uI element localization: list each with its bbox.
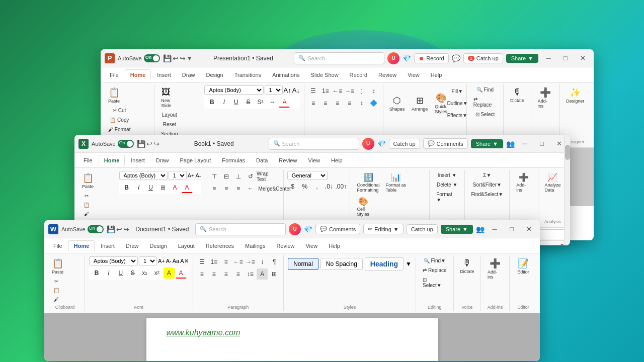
excel-font-name-selector[interactable]: Aptos (Body) [119, 171, 168, 180]
word-cut-button[interactable]: ✂ [49, 277, 63, 286]
ppt-copy-button[interactable]: 📋 Copy [106, 116, 133, 124]
excel-comma-button[interactable]: , [311, 181, 323, 192]
ppt-maximize-button[interactable]: □ [558, 51, 573, 65]
excel-share-button[interactable]: Share ▼ [471, 139, 503, 148]
excel-tab-help[interactable]: Help [326, 155, 348, 165]
excel-scroll-bar[interactable] [564, 135, 570, 245]
excel-minimize-button[interactable]: ─ [518, 137, 532, 151]
word-undo-icon[interactable]: ↩ [116, 225, 122, 233]
excel-decrease-indent-button[interactable]: ← [245, 183, 256, 194]
ppt-undo-icon[interactable]: ↩ [173, 54, 179, 62]
word-close-button[interactable]: ✕ [522, 222, 536, 236]
word-replace-button[interactable]: ⇄ Replace [420, 266, 449, 275]
ppt-shadow-button[interactable]: S² [255, 97, 266, 108]
word-style-normal[interactable]: Normal [288, 258, 318, 270]
excel-format-as-table-button[interactable]: 📊 Format asTable [383, 171, 409, 194]
ppt-tab-home[interactable]: Home [125, 69, 151, 80]
ppt-comments-icon[interactable]: 💬 [452, 54, 460, 62]
word-superscript-button[interactable]: x² [151, 267, 163, 279]
excel-analyze-data-button[interactable]: 📈 AnalyzeData [542, 171, 563, 194]
excel-merge-center-button[interactable]: Merge&Center [269, 183, 280, 194]
word-tab-insert[interactable]: Insert [96, 241, 120, 251]
word-tab-help[interactable]: Help [324, 241, 345, 251]
word-line-spacing-button[interactable]: ↕≡ [245, 268, 256, 280]
word-search-box[interactable]: 🔍 Search [195, 223, 286, 235]
excel-middle-align-button[interactable]: ⊟ [221, 171, 232, 182]
excel-bottom-align-button[interactable]: ⊥ [233, 171, 244, 182]
ppt-dictate-button[interactable]: 🎙 Dictate [508, 85, 527, 105]
ppt-shape-fill-button[interactable]: Fill▼ [452, 85, 463, 97]
word-border-button[interactable]: ⊞ [269, 268, 280, 280]
excel-italic-button[interactable]: I [133, 182, 144, 193]
word-addins-button[interactable]: ➕ Add-ins [485, 256, 505, 281]
excel-tab-home[interactable]: Home [99, 155, 125, 166]
excel-save-icon[interactable]: 💾 [137, 140, 145, 148]
word-strikethrough-button[interactable]: S [127, 267, 138, 279]
excel-tab-formulas[interactable]: Formulas [217, 155, 250, 165]
ppt-decrease-indent-button[interactable]: ←≡ [332, 85, 343, 97]
excel-redo-icon[interactable]: ↪ [153, 140, 159, 148]
ppt-cut-button[interactable]: ✂ Cut [106, 106, 133, 115]
ppt-tab-slideshow[interactable]: Slide Show [306, 70, 344, 80]
word-clear-format-icon[interactable]: A✕ [180, 258, 188, 264]
ppt-tab-draw[interactable]: Draw [177, 70, 200, 80]
ppt-increase-font-icon[interactable]: A↑ [284, 86, 291, 94]
word-editor-button[interactable]: 📝 Editor [515, 256, 532, 276]
ppt-autosave-toggle[interactable]: On [144, 54, 160, 62]
ppt-bold-button[interactable]: B [206, 97, 217, 108]
excel-comments-button[interactable]: 💬 Comments [423, 138, 468, 149]
ppt-decrease-font-icon[interactable]: A↓ [292, 86, 300, 94]
word-tab-file[interactable]: File [48, 241, 67, 251]
word-copy-button[interactable]: 📋 [49, 286, 63, 295]
word-sort-button[interactable]: ↕ [257, 256, 268, 267]
excel-scroll-thumb[interactable] [565, 145, 570, 160]
excel-percent-button[interactable]: % [299, 181, 310, 192]
ppt-italic-button[interactable]: I [218, 97, 229, 108]
word-align-right-button[interactable]: ≡ [220, 268, 231, 280]
excel-accounting-button[interactable]: $ [287, 181, 298, 192]
word-numbering-button[interactable]: 1≡ [208, 256, 219, 267]
ppt-numbering-button[interactable]: 1≡ [320, 85, 331, 97]
word-tab-design[interactable]: Design [144, 241, 172, 251]
ppt-find-button[interactable]: 🔍 Find [471, 85, 500, 94]
word-tab-layout[interactable]: Layout [173, 241, 200, 251]
word-align-center-button[interactable]: ≡ [208, 268, 219, 280]
excel-increase-decimal-button[interactable]: .00↑ [336, 181, 347, 192]
excel-collab-icon[interactable]: 👥 [506, 140, 515, 148]
excel-sort-filter-button[interactable]: Sort&Filter▼ [468, 180, 506, 189]
word-bullets-button[interactable]: ☰ [196, 256, 207, 267]
ppt-smart-art-button[interactable]: 🔷 [368, 98, 379, 109]
excel-top-align-button[interactable]: ⊤ [209, 171, 220, 182]
word-dictate-button[interactable]: 🎙 Dictate [457, 256, 476, 276]
ppt-new-slide-button[interactable]: 🖼 NewSlide [158, 85, 174, 110]
excel-copilot-icon[interactable]: 💎 [377, 140, 386, 148]
ppt-tab-record[interactable]: Record [345, 70, 372, 80]
word-find-button[interactable]: 🔍 Find▼ [420, 256, 449, 265]
ppt-strikethrough-button[interactable]: S [243, 97, 254, 108]
excel-border-button[interactable]: ⊞ [157, 182, 169, 193]
ppt-copilot-icon[interactable]: 💎 [403, 54, 411, 62]
ppt-record-button[interactable]: ⏺ Record [414, 53, 448, 63]
ppt-catchup-button[interactable]: 1 Catch up [463, 53, 503, 63]
word-maximize-button[interactable]: □ [505, 222, 519, 236]
word-multilevel-list-button[interactable]: ≡ [220, 256, 231, 267]
excel-undo-icon[interactable]: ↩ [146, 140, 152, 148]
excel-addins-button[interactable]: ➕ Add-ins [514, 171, 534, 194]
word-increase-indent-button[interactable]: →≡ [245, 256, 256, 267]
word-tab-review[interactable]: Review [271, 241, 299, 251]
word-copilot-icon[interactable]: 💎 [304, 225, 312, 233]
word-change-case-icon[interactable]: Aa [173, 258, 179, 264]
word-tab-references[interactable]: References [201, 241, 239, 251]
ppt-tab-animations[interactable]: Animations [267, 70, 304, 80]
excel-conditional-formatting-button[interactable]: 🔢 ConditionalFormatting [354, 171, 382, 194]
ppt-increase-indent-button[interactable]: →≡ [344, 85, 355, 97]
excel-format-button[interactable]: Format ▼ [434, 190, 460, 204]
excel-wrap-text-button[interactable]: Wrap Text [257, 171, 268, 182]
excel-catchup-button[interactable]: Catch up [389, 139, 420, 149]
word-styles-scroll-icon[interactable]: ▼ [406, 260, 412, 267]
word-font-size-selector[interactable]: 11 [139, 256, 157, 265]
excel-autosave-toggle[interactable]: On [118, 140, 134, 148]
word-tab-view[interactable]: View [300, 241, 323, 251]
ppt-designer-button[interactable]: ✨ Designer [564, 85, 587, 105]
excel-decrease-font-icon[interactable]: A- [195, 172, 201, 178]
